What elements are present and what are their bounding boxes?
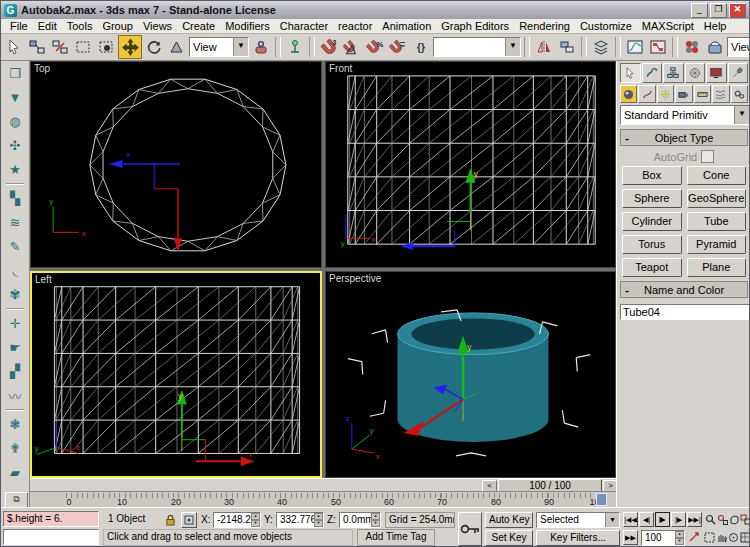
chevron-down-icon[interactable]: ▼ [233, 38, 248, 56]
material-editor-button[interactable] [681, 36, 703, 58]
tab-create[interactable] [620, 63, 641, 83]
select-and-rotate-button[interactable] [143, 36, 165, 58]
selection-lock-toggle[interactable] [163, 512, 178, 527]
arc-rotate-icon[interactable] [727, 530, 739, 545]
restore-button[interactable]: ❐ [710, 3, 727, 18]
cloth-tab-icon[interactable]: ▼ [4, 87, 26, 108]
tab-modify[interactable] [642, 63, 663, 83]
min-max-toggle-icon[interactable] [739, 530, 750, 545]
pen-tool-icon[interactable]: ✎ [4, 236, 26, 257]
toggle-key-mode-key-icon[interactable] [458, 512, 482, 546]
use-pivot-center-button[interactable] [250, 36, 272, 58]
viewport-perspective[interactable]: yx yzx Perspective [325, 271, 616, 478]
elbow-tool-icon[interactable]: ◟ [4, 260, 26, 281]
name-color-rollout-header[interactable]: - Name and Color [620, 281, 748, 298]
collapse-icon[interactable]: - [621, 132, 633, 144]
time-slider-track[interactable]: < 100 / 100 > [30, 478, 616, 492]
pyramid-button[interactable]: Pyramid [687, 235, 747, 254]
go-to-start-button[interactable]: |◀◀ [623, 512, 638, 527]
tab-display[interactable] [706, 63, 727, 83]
y-spinner[interactable]: ▲▼ [314, 513, 323, 527]
mirror-button[interactable] [533, 36, 555, 58]
x-coordinate-field[interactable]: -2148.28▲▼ [213, 512, 261, 528]
cone-button[interactable]: Cone [687, 166, 747, 185]
checker-tool-icon[interactable]: ▚ [4, 188, 26, 209]
chevron-down-icon[interactable]: ▼ [505, 38, 520, 56]
menu-rendering[interactable]: Rendering [514, 20, 575, 32]
previous-frame-button[interactable]: ◀| [639, 512, 654, 527]
object-name-field[interactable] [620, 304, 750, 320]
collapse-icon[interactable]: - [621, 284, 633, 296]
curve-editor-button[interactable] [624, 36, 646, 58]
unlink-selection-button[interactable] [49, 36, 71, 58]
percent-snap-toggle-button[interactable]: % [364, 36, 386, 58]
menu-graph-editors[interactable]: Graph Editors [436, 20, 514, 32]
menu-create[interactable]: Create [177, 20, 220, 32]
tab-hierarchy[interactable] [663, 63, 684, 83]
menu-character[interactable]: Character [275, 20, 333, 32]
menu-customize[interactable]: Customize [575, 20, 637, 32]
auto-key-button[interactable]: Auto Key [485, 512, 533, 528]
close-button[interactable]: ✕ [729, 3, 746, 18]
object-type-rollout-header[interactable]: - Object Type [620, 129, 748, 146]
edit-named-selection-sets-button[interactable]: {} [410, 36, 432, 58]
maxscript-listener-output[interactable]: $.height = 6. [3, 511, 99, 527]
angle-snap-toggle-button[interactable] [341, 36, 363, 58]
menu-maxscript[interactable]: MAXScript [637, 20, 699, 32]
rectangular-selection-region-button[interactable] [72, 36, 94, 58]
maxscript-listener-input[interactable] [3, 529, 99, 545]
primitive-category-dropdown[interactable]: Standard Primitiv ▼ [620, 105, 750, 125]
select-and-scale-button[interactable] [166, 36, 188, 58]
menu-tools[interactable]: Tools [62, 20, 98, 32]
chevron-down-icon[interactable]: ▼ [605, 513, 619, 527]
cylinder-button[interactable]: Cylinder [622, 212, 682, 231]
helpers-tab-icon[interactable]: ❒ [4, 63, 26, 84]
set-key-button[interactable]: Set Key [485, 530, 533, 546]
category-shapes[interactable] [638, 85, 655, 103]
next-frame-button[interactable]: |▶ [671, 512, 686, 527]
mini-curve-editor-button[interactable]: ⧉ [5, 492, 28, 508]
key-mode-toggle-icon[interactable] [688, 530, 701, 545]
add-time-tag-button[interactable]: Add Time Tag [357, 529, 435, 546]
star-tool-icon[interactable]: ★ [4, 159, 26, 180]
menu-views[interactable]: Views [138, 20, 177, 32]
key-step-toggle-button[interactable]: ▶▶ [623, 530, 638, 545]
menu-help[interactable]: Help [699, 20, 732, 32]
select-and-manipulate-button[interactable] [284, 36, 306, 58]
teapot-button[interactable]: Teapot [622, 258, 682, 277]
zoom-extents-all-icon[interactable] [739, 512, 750, 527]
key-filters-button[interactable]: Key Filters... [536, 530, 620, 546]
menu-group[interactable]: Group [97, 20, 138, 32]
z-coordinate-field[interactable]: 0.0mm▲▼ [339, 512, 381, 528]
springs-tool-icon[interactable]: ≋ [4, 212, 26, 233]
torus-button[interactable]: Torus [622, 235, 682, 254]
category-space-warps[interactable] [712, 85, 729, 103]
current-frame-field[interactable]: 100▲▼ [641, 530, 685, 546]
category-helpers[interactable] [694, 85, 711, 103]
category-cameras[interactable] [675, 85, 692, 103]
zoom-viewport-icon[interactable] [704, 512, 716, 527]
schematic-view-button[interactable] [647, 36, 669, 58]
snaps-toggle-3d-button[interactable]: 3 [318, 36, 340, 58]
sphere-tool-icon[interactable]: ◍ [4, 111, 26, 132]
spindle-tool-icon[interactable]: ✣ [4, 135, 26, 156]
named-selection-dropdown[interactable]: ▼ [433, 37, 521, 57]
select-and-link-button[interactable] [26, 36, 48, 58]
absolute-offset-mode-toggle[interactable] [181, 512, 197, 528]
menu-edit[interactable]: Edit [33, 20, 62, 32]
figure-tool-icon[interactable]: ✟ [4, 438, 26, 459]
hand-tool-icon[interactable]: ☛ [4, 337, 26, 358]
play-animation-button[interactable]: ▶ [655, 512, 670, 527]
menu-animation[interactable]: Animation [377, 20, 436, 32]
plane-button[interactable]: Plane [687, 258, 747, 277]
viewport-front[interactable]: y yx Front [325, 61, 616, 268]
go-to-end-button[interactable]: ▶▶| [687, 512, 702, 527]
chevron-down-icon[interactable]: ▼ [734, 106, 749, 124]
knot-tool-icon[interactable]: ❃ [4, 414, 26, 435]
select-object-button[interactable] [3, 36, 25, 58]
minimize-button[interactable]: _ [691, 3, 708, 18]
category-geometry[interactable] [620, 85, 637, 103]
key-filter-scope-dropdown[interactable]: Selected▼ [536, 512, 620, 528]
viewport-left-active[interactable]: yx yz Left [30, 271, 322, 478]
select-and-move-button[interactable] [118, 35, 142, 59]
